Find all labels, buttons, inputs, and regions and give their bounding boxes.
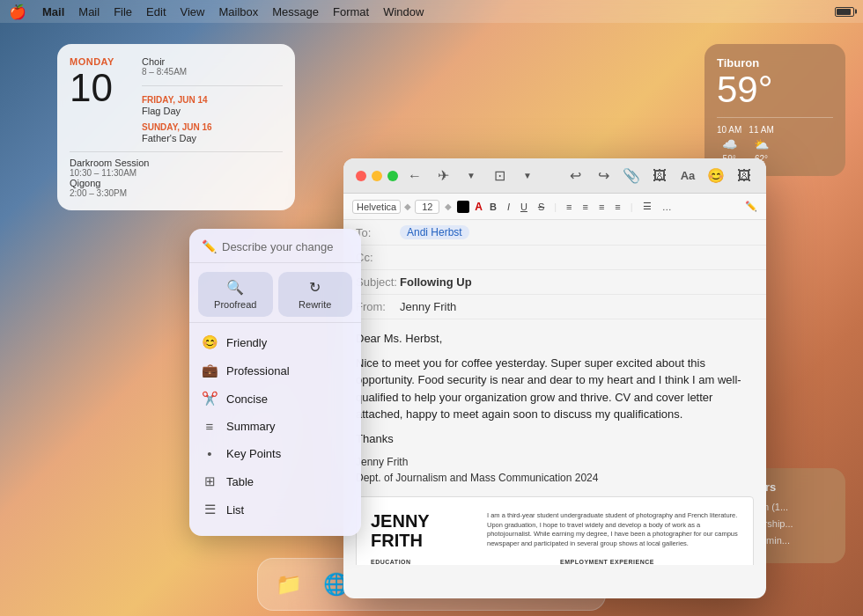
back-icon[interactable]: ← — [405, 166, 424, 186]
calendar-event-choir: Choir 8 – 8:45AM — [142, 56, 283, 77]
font-selector[interactable]: Helvetica — [352, 200, 401, 214]
minimize-button[interactable] — [372, 171, 382, 181]
darkroom-time: 10:30 – 11:30AM — [70, 168, 283, 178]
weather-temperature: 59° — [717, 70, 833, 110]
hour-1-icon: ⛅ — [754, 137, 769, 151]
menubar-window[interactable]: Format — [333, 5, 369, 18]
writing-tools-header: ✏️ Describe your change — [189, 239, 361, 263]
cc-label: Cc: — [356, 251, 400, 264]
align-right-button[interactable]: ≡ — [595, 201, 608, 213]
resume-header: JENNY FRITH I am a third-year student un… — [371, 511, 739, 550]
italic-button[interactable]: I — [504, 201, 513, 213]
menu-item-table[interactable]: ⊞ Table — [189, 467, 361, 495]
menu-item-summary[interactable]: ≡ Summary — [189, 413, 361, 440]
resume-employment-col: EMPLOYMENT EXPERIENCE SEPTEMBER 2021–PRE… — [560, 559, 739, 565]
view-dropdown-icon[interactable]: ▼ — [518, 166, 537, 186]
mail-subject-field[interactable]: Subject: Following Up — [343, 270, 766, 295]
align-justify-button[interactable]: ≡ — [611, 201, 623, 213]
list-button[interactable]: ☰ — [639, 200, 655, 213]
rewrite-button[interactable]: ↻ Rewrite — [278, 272, 353, 317]
menubar-right — [835, 7, 854, 17]
calendar-future-0: FRIDAY, JUN 14 Flag Day — [142, 95, 283, 116]
writing-tools-icon: ✏️ — [202, 239, 217, 253]
weather-location: Tiburon — [717, 56, 833, 70]
menubar-mailbox[interactable]: View — [181, 5, 205, 18]
education-label: EDUCATION — [371, 559, 550, 565]
summary-label: Summary — [226, 420, 276, 433]
send-icon[interactable]: ✈ — [433, 166, 453, 186]
employment-label: EMPLOYMENT EXPERIENCE — [560, 559, 739, 565]
proofread-button[interactable]: 🔍 Proofread — [198, 272, 273, 317]
writing-tools-panel: ✏️ Describe your change 🔍 Proofread ↻ Re… — [189, 229, 361, 536]
qigong-time: 2:00 – 3:30PM — [70, 188, 283, 198]
fullscreen-button[interactable] — [387, 171, 398, 181]
send-dropdown-icon[interactable]: ▼ — [461, 166, 481, 186]
subject-value: Following Up — [400, 275, 472, 289]
redo-icon[interactable]: ↪ — [594, 166, 613, 186]
text-color-highlight[interactable]: A — [475, 201, 483, 213]
dock-finder[interactable]: 📁 — [269, 564, 309, 605]
darkroom-title: Darkroom Session — [70, 158, 283, 168]
resume-bio: I am a third-year student undergraduate … — [487, 511, 739, 550]
concise-label: Concise — [226, 392, 268, 406]
apple-menu[interactable]: 🍎 — [9, 4, 26, 20]
undo-icon[interactable]: ↩ — [565, 166, 585, 186]
calendar-header: MONDAY 10 Choir 8 – 8:45AM FRIDAY, JUN 1… — [70, 56, 283, 146]
bold-button[interactable]: B — [486, 201, 500, 213]
align-left-button[interactable]: ≡ — [563, 201, 575, 213]
menu-item-concise[interactable]: ✂️ Concise — [189, 385, 361, 413]
emoji-icon[interactable]: 😊 — [706, 166, 726, 186]
weather-hourly: 10 AM ☁️ 59° 11 AM ⛅ 62° — [717, 117, 833, 164]
strikethrough-button[interactable]: S — [535, 201, 548, 213]
font-size-field[interactable]: 12 — [415, 200, 439, 214]
writing-tools-label: Describe your change — [222, 240, 333, 253]
proofread-label: Proofread — [214, 299, 256, 310]
underline-button[interactable]: U — [517, 201, 531, 213]
future-label-1: SUNDAY, JUN 16 — [142, 122, 212, 132]
choir-time: 8 – 8:45AM — [142, 67, 283, 77]
menubar-message[interactable]: Mailbox — [218, 5, 258, 18]
weather-widget[interactable]: Tiburon 59° 10 AM ☁️ 59° 11 AM ⛅ 62° — [704, 44, 845, 176]
writing-tools-btn[interactable]: ✏️ — [745, 201, 757, 212]
rewrite-icon: ↻ — [309, 279, 321, 296]
menu-item-professional[interactable]: 💼 Professional — [189, 356, 361, 385]
view-icon[interactable]: ⊡ — [490, 166, 509, 186]
menubar-help[interactable]: Window — [383, 5, 424, 18]
close-button[interactable] — [356, 171, 366, 181]
calendar-date: MONDAY 10 — [70, 56, 131, 146]
menubar-view[interactable]: Edit — [146, 5, 166, 18]
qigong-title: Qigong — [70, 178, 283, 188]
mail-cc-field[interactable]: Cc: — [343, 246, 766, 270]
formatting-bar: Helvetica ◆ 12 ◆ A B I U S | ≡ ≡ ≡ ≡ | ☰… — [343, 194, 766, 220]
menu-item-key-points[interactable]: • Key Points — [189, 440, 361, 467]
more-button[interactable]: … — [659, 201, 675, 213]
mail-body: To: Andi Herbst Cc: Subject: Following U… — [343, 220, 766, 565]
menubar-edit[interactable]: File — [114, 5, 132, 18]
photo-icon[interactable]: 🖼 — [650, 166, 669, 186]
text-color-box[interactable] — [457, 201, 469, 213]
mail-signoff: Thanks — [356, 430, 754, 448]
align-center-button[interactable]: ≡ — [579, 201, 592, 213]
menubar-file[interactable]: Mail — [78, 5, 100, 18]
menu-item-list[interactable]: ☰ List — [189, 495, 361, 524]
menu-item-friendly[interactable]: 😊 Friendly — [189, 328, 361, 356]
attachment-icon[interactable]: 📎 — [622, 166, 641, 186]
traffic-lights[interactable] — [356, 171, 398, 181]
resume-columns: EDUCATION Expected June 2024 BACHELOR OF… — [371, 559, 739, 565]
font-panel-icon[interactable]: Aa — [678, 166, 697, 186]
insert-icon[interactable]: 🖼 — [734, 166, 754, 186]
menubar-format[interactable]: Message — [272, 5, 319, 18]
resume-preview: JENNY FRITH I am a third-year student un… — [356, 496, 754, 565]
to-recipient-chip[interactable]: Andi Herbst — [400, 225, 469, 239]
resume-name-block: JENNY FRITH — [371, 511, 476, 550]
friendly-label: Friendly — [226, 336, 267, 349]
rewrite-label: Rewrite — [299, 299, 331, 310]
calendar-events: Choir 8 – 8:45AM FRIDAY, JUN 14 Flag Day… — [142, 56, 283, 146]
resume-education-col: EDUCATION Expected June 2024 BACHELOR OF… — [371, 559, 550, 565]
list-label: List — [226, 503, 244, 517]
mail-content[interactable]: Dear Ms. Herbst, Nice to meet you for co… — [343, 319, 766, 496]
mail-window: ← ✈ ▼ ⊡ ▼ ↩ ↪ 📎 🖼 Aa 😊 🖼 Helvetica ◆ 12 … — [343, 158, 766, 598]
subject-label: Subject: — [356, 275, 400, 289]
mail-paragraph: Nice to meet you for coffee yesterday. S… — [356, 355, 754, 423]
menubar-app-name[interactable]: Mail — [42, 5, 64, 18]
